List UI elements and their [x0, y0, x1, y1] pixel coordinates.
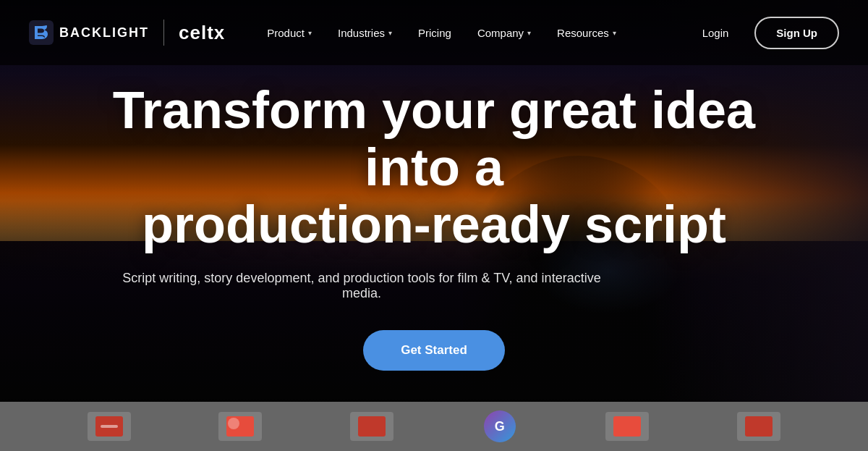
chevron-down-icon: ▾ [613, 29, 616, 37]
hero-title: Transform your great idea into a product… [109, 82, 760, 254]
hero-title-line2: production-ready script [142, 195, 726, 253]
hero-content: Transform your great idea into a product… [109, 82, 760, 371]
hero-title-line1: Transform your great idea into a [113, 81, 755, 196]
login-button[interactable]: Login [691, 21, 741, 45]
chevron-down-icon: ▾ [308, 29, 312, 37]
signup-button[interactable]: Sign Up [754, 17, 839, 49]
partner-logo-3 [350, 412, 393, 441]
nav-pricing-label: Pricing [418, 27, 451, 39]
partner-logo-5 [605, 412, 649, 441]
nav-resources-label: Resources [557, 27, 609, 39]
partner-logo-6 [737, 412, 780, 441]
logo-divider [163, 20, 164, 46]
nav-links: Product ▾ Industries ▾ Pricing Company ▾… [254, 0, 690, 65]
bottom-logo-strip: G [0, 402, 868, 451]
partner-logo-2 [218, 412, 262, 441]
partner-logo-1 [88, 412, 131, 441]
nav-item-product[interactable]: Product ▾ [254, 0, 325, 65]
nav-item-company[interactable]: Company ▾ [464, 0, 544, 65]
nav-item-industries[interactable]: Industries ▾ [325, 0, 405, 65]
nav-actions: Login Sign Up [691, 17, 839, 49]
hero-subtitle: Script writing, story development, and p… [109, 271, 615, 301]
backlight-logo-link[interactable]: BACKLIGHT [29, 20, 149, 45]
chevron-down-icon: ▾ [388, 29, 392, 37]
backlight-icon [29, 20, 54, 45]
nav-product-label: Product [267, 27, 305, 39]
main-nav: BACKLIGHT celtx Product ▾ Industries ▾ P… [0, 0, 868, 65]
logo-group: BACKLIGHT celtx [29, 20, 225, 46]
celtx-logo: celtx [179, 22, 225, 44]
nav-item-pricing[interactable]: Pricing [405, 0, 464, 65]
nav-item-resources[interactable]: Resources ▾ [544, 0, 629, 65]
svg-rect-0 [29, 20, 54, 45]
backlight-text: BACKLIGHT [59, 25, 149, 41]
get-started-button[interactable]: Get Started [363, 330, 505, 371]
nav-company-label: Company [477, 27, 524, 39]
chevron-down-icon: ▾ [527, 29, 531, 37]
partner-logo-4: G [482, 408, 518, 444]
nav-industries-label: Industries [338, 27, 385, 39]
